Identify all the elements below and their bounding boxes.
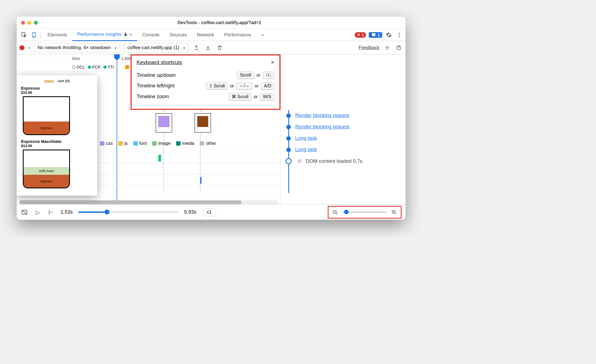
devtools-tabs: Elements Performance insights × Console … xyxy=(17,29,405,41)
no-preview-icon[interactable] xyxy=(21,208,28,216)
cup-layer: espresso xyxy=(24,175,69,188)
kebab-icon[interactable] xyxy=(395,31,403,39)
maximize-window-icon[interactable] xyxy=(34,21,38,25)
insight-item[interactable]: Render blocking request xyxy=(281,110,405,121)
key: ↑/↓ xyxy=(263,72,274,79)
close-tab-icon[interactable]: × xyxy=(129,32,132,37)
play-button[interactable] xyxy=(34,208,42,216)
session-value: coffee-cart.netlify.app (1) xyxy=(127,45,179,50)
legend-js: js xyxy=(124,141,128,146)
screenshot-thumb[interactable] xyxy=(194,113,211,133)
error-badge[interactable]: ✕ 1 xyxy=(355,32,366,38)
insight-item[interactable]: Render blocking request xyxy=(281,121,405,133)
frame-preview-popup: menu cart (0) Espresso $10.00 espresso E… xyxy=(17,75,97,196)
insights-panel: Render blocking request Render blocking … xyxy=(281,54,405,204)
cup-icon: espresso milk foam xyxy=(23,150,70,188)
playback-slider[interactable] xyxy=(78,211,179,213)
shortcut-label: Timeline zoom xyxy=(137,94,169,100)
cup-layer: espresso xyxy=(24,122,69,134)
session-dropdown[interactable]: coffee-cart.netlify.app (1) xyxy=(124,43,188,52)
help-icon[interactable] xyxy=(395,44,403,52)
tabs-overflow[interactable]: » xyxy=(256,29,269,41)
insight-link[interactable]: Render blocking request xyxy=(295,124,349,130)
playback-bar: 1.53s 5.93s x1 xyxy=(17,204,405,220)
preview-menu-tab: menu xyxy=(44,79,54,83)
svg-point-4 xyxy=(399,34,400,36)
svg-line-13 xyxy=(395,213,396,214)
jump-start-button[interactable] xyxy=(47,208,55,216)
preview-cart-tab: cart (0) xyxy=(57,79,69,83)
task-bar[interactable] xyxy=(158,155,161,161)
svg-point-6 xyxy=(387,47,388,48)
shortcut-row: Timeline up/down Scroll or ↑/↓ xyxy=(137,72,274,79)
timeline-main[interactable]: 0ms 1,600ms 3,200ms 4,800ms DCL FCP TTI … xyxy=(17,54,281,204)
record-options-dropdown[interactable] xyxy=(28,45,30,50)
traffic-lights xyxy=(21,21,38,25)
insight-item[interactable]: Long task xyxy=(281,144,405,155)
key: ⌘ Scroll xyxy=(229,93,251,100)
close-icon[interactable]: × xyxy=(271,59,274,66)
shortcut-row: Timeline zoom ⌘ Scroll or W/S xyxy=(137,93,274,100)
close-window-icon[interactable] xyxy=(21,21,25,25)
device-toggle-icon[interactable] xyxy=(29,30,39,40)
svg-point-3 xyxy=(399,32,400,34)
tab-sources[interactable]: Sources xyxy=(164,29,192,41)
insight-link[interactable]: Long task xyxy=(295,147,317,153)
product-price: $10.00 xyxy=(21,90,93,95)
legend-css: css xyxy=(106,141,113,146)
minimize-window-icon[interactable] xyxy=(27,21,31,25)
delete-icon[interactable] xyxy=(216,44,224,52)
feedback-link[interactable]: Feedback xyxy=(359,45,379,50)
record-button[interactable] xyxy=(19,45,24,50)
marker-fcp: FCP xyxy=(88,65,101,69)
svg-line-10 xyxy=(336,213,337,214)
tab-label: Performance insights xyxy=(77,32,122,37)
tab-performance-insights[interactable]: Performance insights × xyxy=(72,29,137,41)
zoom-in-icon[interactable] xyxy=(390,208,398,216)
import-icon[interactable] xyxy=(204,44,212,52)
task-bar[interactable] xyxy=(200,177,202,184)
marker-dcl: DCL xyxy=(72,65,85,69)
timeline-connector xyxy=(288,110,289,193)
cup-icon: espresso xyxy=(23,96,70,135)
tab-console[interactable]: Console xyxy=(137,29,164,41)
devtools-window: DevTools - coffee-cart.netlify.app/?ad=1… xyxy=(17,17,405,220)
speed-toggle[interactable]: x1 xyxy=(202,208,216,216)
shortcut-label: Timeline up/down xyxy=(137,72,176,78)
preview-item: Espresso $10.00 espresso xyxy=(21,86,93,135)
panel-settings-icon[interactable] xyxy=(383,44,391,52)
insight-item[interactable]: Long task xyxy=(281,133,405,144)
zoom-controls xyxy=(328,206,402,219)
current-time: 1.53s xyxy=(61,209,73,215)
message-badge[interactable]: 💬 1 xyxy=(369,32,382,38)
legend-font: font xyxy=(139,141,147,146)
preview-item: Espresso Macchiato $12.00 espresso milk … xyxy=(21,139,93,188)
horizontal-scrollbar[interactable] xyxy=(19,200,278,204)
throttle-dropdown[interactable]: No network throttling, 4× slowdown xyxy=(34,43,120,52)
tab-elements[interactable]: Elements xyxy=(42,29,72,41)
tab-performance[interactable]: Performance xyxy=(219,29,256,41)
shortcut-label: Timeline left/right xyxy=(137,83,174,89)
resource-legend: css js font image media other xyxy=(100,141,275,146)
tab-network[interactable]: Network xyxy=(192,29,219,41)
settings-icon[interactable] xyxy=(385,31,393,39)
cup-layer: milk foam xyxy=(24,167,69,175)
zoom-out-icon[interactable] xyxy=(331,208,339,216)
throttle-value: No network throttling, 4× slowdown xyxy=(37,45,111,50)
insight-link[interactable]: Long task xyxy=(295,135,317,141)
zoom-slider[interactable] xyxy=(342,212,387,213)
insight-link[interactable]: Render blocking request xyxy=(295,113,349,118)
svg-point-5 xyxy=(399,36,400,37)
insight-item[interactable]: DOM content loaded 0.7s xyxy=(281,155,405,167)
export-icon[interactable] xyxy=(192,44,200,52)
product-name: Espresso Macchiato xyxy=(21,139,93,144)
keyboard-shortcuts-panel: Keyboard shortcuts × Timeline up/down Sc… xyxy=(131,54,281,110)
chevron-down-icon xyxy=(183,45,185,50)
message-count: 1 xyxy=(378,32,380,37)
tick-label: 0ms xyxy=(72,56,80,61)
titlebar: DevTools - coffee-cart.netlify.app/?ad=1 xyxy=(17,17,405,29)
insight-text: DOM content loaded 0.7s xyxy=(306,158,362,164)
inspect-icon[interactable] xyxy=(19,30,29,40)
screenshot-thumb[interactable] xyxy=(156,113,172,133)
chevron-down-icon xyxy=(115,45,116,50)
